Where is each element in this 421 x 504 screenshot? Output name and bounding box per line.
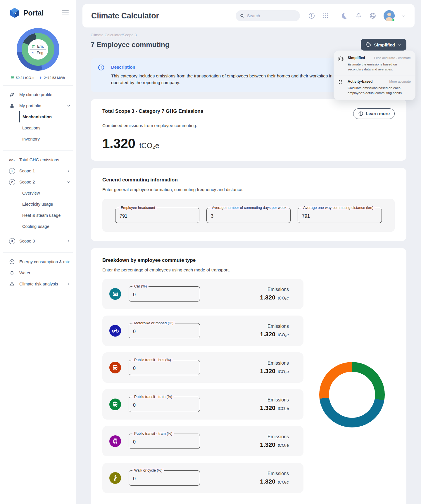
svg-text:S: S: [13, 11, 16, 15]
info-icon[interactable]: [308, 12, 315, 19]
field-label: Public transit - train (%): [132, 395, 174, 399]
search-box[interactable]: [236, 10, 300, 21]
chevron-right-icon: [67, 169, 70, 173]
car-icon: [109, 288, 121, 300]
sidebar-item-energy-mix[interactable]: Energy consumption & mix: [9, 256, 70, 267]
gauge-center: Em. Eng.: [28, 39, 48, 60]
sidebar-item-climate-risk[interactable]: Climate risk analysis: [9, 278, 70, 290]
sidebar-item-inventory[interactable]: Inventory: [19, 134, 70, 145]
sidebar-item-electricity-usage[interactable]: Electricity usage: [19, 199, 70, 210]
employee-headcount-input[interactable]: [115, 208, 199, 223]
sidebar-item-heat-steam-usage[interactable]: Heat & steam usage: [19, 210, 70, 221]
search-input[interactable]: [247, 13, 291, 18]
field-label: Average number of commuting days per wee…: [210, 206, 288, 210]
portal-logo-icon: S: [9, 7, 20, 19]
sidebar: S Portal Em. Eng.: [0, 0, 76, 504]
mode-option-activity-based[interactable]: Activity-based More accurate Calculate e…: [334, 75, 415, 99]
general-card-title: General commuting information: [102, 177, 395, 183]
walk-percent-field: Walk or cycle (%): [129, 470, 200, 486]
breakdown-card-title: Breakdown by employee commute type: [102, 257, 395, 263]
sidebar-item-portfolio[interactable]: My portfolio: [9, 100, 70, 111]
bus-percent-input[interactable]: [129, 360, 200, 375]
motorbike-percent-input[interactable]: [129, 323, 200, 338]
breakdown-card-subtitle: Enter the percentage of employees using …: [102, 267, 395, 272]
commute-row-walk: Walk or cycle (%) Emissions 1.320 tCO₂e: [102, 463, 303, 493]
sidebar-item-water[interactable]: Water: [9, 267, 70, 278]
emissions-unit: tCO₂e: [278, 332, 289, 337]
commuting-days-input[interactable]: [207, 208, 290, 223]
sidebar-item-scope2[interactable]: 2 Scope 2: [9, 176, 70, 188]
search-icon: [240, 13, 244, 18]
emissions-unit: tCO₂e: [278, 443, 289, 448]
calculation-mode-button[interactable]: Simplified: [361, 39, 406, 51]
employee-headcount-field: Employee headcount: [115, 208, 199, 223]
sidebar-item-mechanization[interactable]: Mechanization: [19, 111, 70, 122]
commute-row-bus: Public transit - bus (%) Emissions 1.320…: [102, 352, 303, 383]
sidebar-item-locations[interactable]: Locations: [19, 122, 70, 134]
emissions-waves-icon: [11, 76, 14, 79]
calculation-mode-menu: Simplified Less accurate - estimate Esti…: [334, 51, 415, 100]
field-label: Car (%): [132, 284, 149, 288]
online-status-dot: [392, 18, 395, 22]
sidebar-item-cooling-usage[interactable]: Cooling usage: [19, 221, 70, 232]
tram-percent-input[interactable]: [129, 434, 200, 448]
emissions-label: Emissions: [260, 434, 289, 439]
expand-arrows-icon: [338, 79, 344, 95]
commuting-days-field: Average number of commuting days per wee…: [206, 208, 291, 223]
commute-row-motorbike: Motorbike or moped (%) Emissions 1.320 t…: [102, 316, 303, 346]
sidebar-item-scope1[interactable]: 1 Scope 1: [9, 165, 70, 176]
sidebar-item-overview[interactable]: Overview: [19, 188, 70, 199]
chevron-right-icon: [67, 239, 70, 243]
emissions-value: 1.320: [260, 331, 275, 338]
energy-circle-icon: [9, 259, 15, 265]
chevron-down-icon: [67, 104, 70, 108]
mode-option-accuracy: More accurate: [389, 80, 411, 83]
dark-mode-moon-icon[interactable]: [340, 12, 348, 20]
user-avatar[interactable]: [384, 10, 395, 21]
emissions-unit: tCO₂e: [278, 480, 289, 484]
emissions-value: 1.320: [260, 368, 275, 375]
shapes-icon: [9, 103, 15, 109]
mode-button-label: Simplified: [374, 42, 395, 47]
breadcrumb[interactable]: Climate Calculator/Scope 3: [91, 33, 406, 37]
mode-option-simplified[interactable]: Simplified Less accurate - estimate Esti…: [334, 52, 415, 75]
emissions-label: Emissions: [260, 324, 289, 329]
car-percent-input[interactable]: [129, 287, 200, 301]
walk-percent-input[interactable]: [129, 471, 200, 485]
language-globe-icon[interactable]: [369, 12, 376, 19]
top-bar: Climate Calculator: [82, 4, 415, 27]
notifications-bell-icon[interactable]: [355, 13, 362, 19]
energy-bolt-icon: [31, 51, 35, 55]
sidebar-item-label: Scope 3: [19, 239, 35, 243]
field-label: Average one-way commuting distance (km): [301, 206, 375, 210]
sidebar-item-scope3[interactable]: 3 Scope 3: [9, 235, 70, 247]
sidebar-item-total-ghg[interactable]: CO₂ Total GHG emissions: [9, 154, 70, 165]
emissions-label: Emissions: [260, 471, 289, 476]
emissions-unit: tCO₂e: [278, 296, 289, 300]
apps-grid-icon[interactable]: [322, 13, 329, 19]
menu-toggle-icon[interactable]: [62, 9, 69, 17]
scope3-number-icon: 3: [9, 238, 15, 244]
emissions-value: 1.320: [260, 441, 275, 448]
warning-triangle-icon: [9, 281, 15, 287]
learn-more-label: Learn more: [366, 111, 390, 116]
learn-more-button[interactable]: Learn more: [353, 108, 395, 119]
mode-option-description: Estimate the emissions based on secondar…: [348, 62, 411, 72]
train-percent-input[interactable]: [129, 397, 200, 412]
tram-icon: [109, 435, 121, 447]
sidebar-item-label: Scope 1: [19, 169, 35, 173]
sidebar-item-climate-profile[interactable]: My climate profile: [9, 89, 70, 100]
chevron-down-icon: [67, 180, 70, 184]
mode-option-label: Simplified: [348, 56, 365, 60]
field-label: Public transit - tram (%): [132, 432, 174, 436]
train-percent-field: Public transit - train (%): [129, 397, 200, 412]
emissions-label: Emissions: [260, 361, 289, 366]
account-chevron-down-icon[interactable]: [402, 14, 406, 18]
field-label: Motorbike or moped (%): [132, 321, 175, 325]
total-emissions-unit: tCO₂e: [139, 141, 159, 150]
sidebar-item-label: My climate profile: [19, 92, 52, 97]
info-icon: [358, 111, 363, 116]
chevron-down-icon: [398, 43, 402, 47]
energy-bolt-icon: [39, 76, 42, 79]
commuting-distance-input[interactable]: [298, 208, 382, 223]
